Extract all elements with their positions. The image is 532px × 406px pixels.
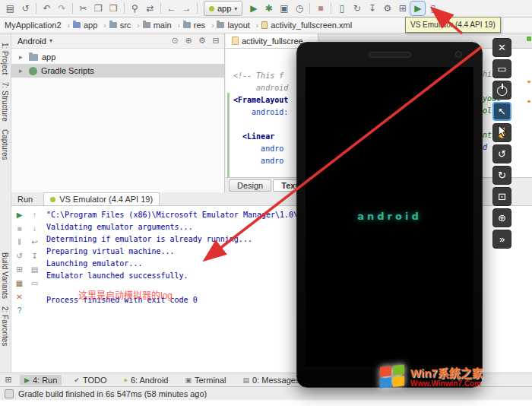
- expand-chevron-icon[interactable]: ▸: [19, 53, 25, 61]
- code-text: <Linear: [233, 132, 274, 141]
- rerun-button[interactable]: ▶: [14, 209, 25, 220]
- breadcrumb-label: layout: [227, 21, 249, 30]
- copy-icon[interactable]: ❐: [91, 2, 106, 15]
- breadcrumb-label: MyApplication2: [5, 21, 62, 30]
- sync-icon[interactable]: ↺: [18, 2, 33, 15]
- gc-button[interactable]: ▦: [14, 278, 25, 289]
- breadcrumb-label: src: [120, 21, 131, 30]
- settings-icon[interactable]: ⚙: [380, 2, 394, 15]
- breadcrumb-item[interactable]: app ›: [73, 21, 109, 30]
- folder-icon: [261, 21, 268, 29]
- project-structure-icon[interactable]: ⊞: [395, 2, 410, 15]
- tool-window-button[interactable]: 1: Project: [1, 43, 9, 75]
- breadcrumb-item[interactable]: MyApplication2 ›: [5, 21, 73, 30]
- editor-mode-tab[interactable]: Design: [229, 179, 271, 192]
- tree-item-label: Gradle Scripts: [41, 66, 94, 75]
- debug-icon[interactable]: ✱: [261, 2, 276, 15]
- tool-window-button[interactable]: Build Variants: [1, 252, 9, 299]
- tool-window-button[interactable]: 2: Favorites: [1, 306, 9, 346]
- toolbar-separator: [72, 3, 73, 14]
- redo-icon[interactable]: ↷: [55, 2, 69, 15]
- breadcrumb-item[interactable]: activity_fullscreen.xml ›: [261, 21, 352, 30]
- tool-window-tab[interactable]: ▶ 4: Run: [20, 375, 62, 385]
- code-fragment: d: [483, 143, 487, 151]
- undo-icon[interactable]: ↶: [40, 2, 54, 15]
- scroll-up-button[interactable]: ↑: [29, 209, 40, 220]
- cut-icon[interactable]: ✂: [76, 2, 90, 15]
- breadcrumb-item[interactable]: res ›: [183, 21, 217, 30]
- sync-gradle-icon[interactable]: ↻: [350, 2, 364, 15]
- phone-camera: [455, 51, 462, 58]
- tool-window-button[interactable]: Captures: [1, 129, 9, 160]
- save-icon[interactable]: ▤: [3, 2, 17, 15]
- watermark-title: Win7系统之家: [410, 366, 483, 379]
- rotate-left-button[interactable]: ↺: [492, 144, 511, 163]
- scroll-down-button[interactable]: ↓: [29, 223, 40, 234]
- breadcrumb-item[interactable]: layout ›: [217, 21, 261, 30]
- tool-window-tab[interactable]: ▣ Terminal: [180, 375, 230, 385]
- tab-icon: ✔: [74, 376, 80, 384]
- run-config-select[interactable]: app ▾: [204, 1, 242, 16]
- close-button[interactable]: ✕: [14, 291, 25, 303]
- minimize-button[interactable]: ▭: [492, 59, 511, 78]
- sdk-manager-icon[interactable]: ↧: [365, 2, 379, 15]
- left-tool-stripe: 1: Project7: StructureCaptures Build Var…: [0, 33, 11, 373]
- tool-window-button[interactable]: 7: Structure: [1, 82, 9, 122]
- restart-button[interactable]: ↺: [14, 250, 25, 262]
- code-text: andro: [233, 157, 283, 165]
- emulator-window[interactable]: android: [296, 42, 483, 388]
- soft-wrap-button[interactable]: ↩: [29, 236, 40, 248]
- toolbar-separator: [124, 3, 125, 14]
- find-icon[interactable]: ⚲: [128, 2, 142, 15]
- tab-label: 4: Run: [33, 376, 57, 385]
- scroll-to-end-button[interactable]: ↧: [29, 250, 40, 262]
- more-tools-button[interactable]: »: [492, 230, 511, 249]
- warning-mark[interactable]: [527, 81, 530, 83]
- breadcrumb-item[interactable]: main ›: [143, 21, 183, 30]
- code-area[interactable]: <!-- This f android<FrameLayout android:…: [233, 70, 288, 167]
- coverage-icon[interactable]: ▣: [277, 2, 291, 15]
- breadcrumb-separator: ›: [211, 21, 214, 30]
- tool-window-tab[interactable]: ● 6: Android: [119, 375, 173, 385]
- tree-item[interactable]: ▸ app: [11, 50, 224, 64]
- run-tab[interactable]: VS Emulator (4.4 API 19): [43, 192, 160, 205]
- cursor-tool-button[interactable]: ↖: [492, 102, 511, 121]
- expand-chevron-icon[interactable]: ▸: [19, 67, 25, 75]
- switch-view-icon[interactable]: ⊙: [169, 36, 180, 46]
- print-button[interactable]: ▤: [29, 264, 40, 275]
- expand-all-icon[interactable]: ⊕: [183, 36, 194, 46]
- settings-icon[interactable]: ⚙: [197, 36, 207, 46]
- warning-mark[interactable]: [527, 100, 530, 103]
- profiler-icon[interactable]: ◷: [292, 2, 306, 15]
- vs-emulator-icon[interactable]: ▶: [410, 2, 425, 15]
- console-layout-button[interactable]: ⊞: [14, 264, 25, 275]
- tool-windows-icon[interactable]: ⊞: [3, 375, 14, 385]
- paste-icon[interactable]: ❒: [106, 2, 121, 15]
- breadcrumb-separator: ›: [178, 21, 180, 30]
- tree-item[interactable]: ▸ Gradle Scripts: [11, 64, 224, 78]
- breadcrumb-label: main: [154, 21, 172, 30]
- tool-window-tab[interactable]: ▤ 0: Messages: [239, 375, 305, 385]
- forward-icon[interactable]: →: [179, 2, 194, 15]
- device-monitor-icon[interactable]: ▯: [426, 2, 440, 15]
- run-icon[interactable]: ▶: [246, 2, 261, 15]
- avd-manager-icon[interactable]: ▯: [334, 2, 349, 15]
- tool-window-tab[interactable]: ✔ TODO: [69, 375, 111, 385]
- emulator-screen[interactable]: android: [306, 67, 473, 366]
- replace-icon[interactable]: ⇄: [143, 2, 157, 15]
- hide-panel-icon[interactable]: ⊟: [211, 36, 221, 46]
- console-line: Launching emulator...: [46, 258, 334, 270]
- fit-screen-button[interactable]: ⊡: [492, 187, 511, 206]
- stop-icon[interactable]: ■: [313, 2, 328, 15]
- rotate-right-button[interactable]: ↻: [492, 166, 511, 185]
- clear-button[interactable]: ▭: [29, 278, 40, 289]
- zoom-button[interactable]: ⊕: [492, 208, 511, 227]
- breadcrumb-item[interactable]: src ›: [109, 21, 143, 30]
- close-button[interactable]: ✕: [492, 38, 511, 57]
- pause-button[interactable]: ‖: [14, 236, 25, 248]
- help-button[interactable]: ?: [14, 305, 25, 316]
- back-icon[interactable]: ←: [164, 2, 179, 15]
- project-view-select[interactable]: Android ▾: [14, 36, 55, 46]
- power-button[interactable]: ◯: [492, 81, 511, 100]
- stop-button[interactable]: ■: [14, 223, 25, 234]
